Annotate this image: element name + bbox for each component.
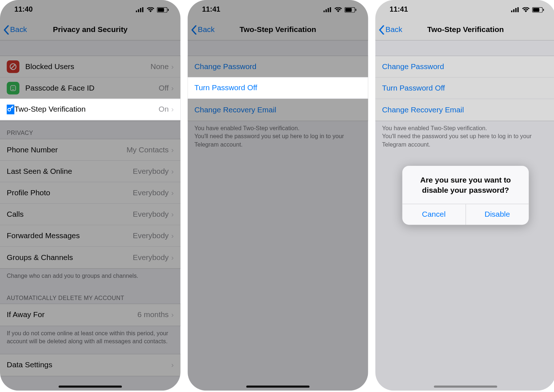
phone-privacy-security: 11:40 Back Privacy and Security Blocked …	[0, 0, 180, 391]
svg-rect-20	[328, 8, 329, 12]
chevron-right-icon: ›	[171, 231, 174, 240]
wifi-icon	[334, 7, 342, 12]
row-blocked-users[interactable]: Blocked Users None ›	[0, 56, 180, 77]
svg-line-8	[11, 64, 15, 69]
status-bar: 11:41	[188, 0, 368, 19]
svg-rect-24	[356, 9, 356, 11]
phone-two-step-verification: 11:41 Back Two-Step Verification Change …	[188, 0, 368, 391]
svg-rect-23	[345, 8, 352, 11]
svg-rect-0	[136, 11, 137, 12]
auto-delete-group: If Away For6 months›	[0, 304, 180, 326]
row-change-password[interactable]: Change Password	[188, 56, 368, 77]
row-last-seen[interactable]: Last Seen & OnlineEverybody›	[0, 161, 180, 182]
svg-rect-3	[142, 7, 143, 12]
chevron-right-icon: ›	[171, 62, 174, 71]
page-title: Privacy and Security	[0, 25, 180, 34]
row-calls[interactable]: CallsEverybody›	[0, 204, 180, 225]
chevron-right-icon: ›	[171, 105, 174, 114]
confirm-alert: Are you sure you want to disable your pa…	[402, 166, 529, 225]
screenshots-row: 11:40 Back Privacy and Security Blocked …	[0, 0, 554, 391]
svg-rect-21	[330, 7, 331, 12]
row-phone-number[interactable]: Phone NumberMy Contacts›	[0, 139, 180, 161]
alert-title: Are you sure you want to disable your pa…	[402, 166, 529, 204]
chevron-right-icon: ›	[171, 188, 174, 197]
row-profile-photo[interactable]: Profile PhotoEverybody›	[0, 182, 180, 204]
passcode-icon	[7, 82, 20, 95]
chevron-right-icon: ›	[171, 311, 174, 319]
twostep-footer: You have enabled Two-Step verification. …	[188, 121, 368, 154]
svg-point-11	[13, 87, 14, 88]
row-value: Off	[159, 84, 169, 92]
cellular-icon	[136, 7, 144, 12]
disable-button[interactable]: Disable	[465, 204, 529, 225]
privacy-group: Phone NumberMy Contacts› Last Seen & Onl…	[0, 139, 180, 269]
status-time: 11:41	[202, 5, 220, 14]
svg-line-17	[12, 107, 12, 108]
status-bar: 11:40	[0, 0, 180, 19]
row-data-settings[interactable]: Data Settings›	[0, 354, 180, 376]
row-if-away-for[interactable]: If Away For6 months›	[0, 304, 180, 325]
chevron-right-icon: ›	[171, 360, 174, 369]
svg-rect-18	[324, 11, 325, 12]
svg-rect-5	[158, 8, 164, 11]
chevron-right-icon: ›	[171, 84, 174, 92]
row-label: Blocked Users	[25, 62, 150, 71]
row-label: Passcode & Face ID	[25, 84, 159, 92]
wifi-icon	[147, 7, 154, 12]
auto-delete-footer: If you do not come online at least once …	[0, 326, 180, 351]
svg-rect-19	[326, 9, 327, 12]
cellular-icon	[324, 7, 332, 12]
row-value: None	[150, 62, 169, 71]
chevron-right-icon: ›	[171, 145, 174, 154]
block-icon	[7, 60, 20, 73]
row-value: On	[158, 105, 169, 114]
svg-rect-9	[11, 85, 16, 91]
turn-password-off-highlight[interactable]: Turn Password Off	[188, 77, 368, 99]
alert-backdrop: Are you sure you want to disable your pa…	[375, 0, 554, 391]
chevron-right-icon: ›	[171, 210, 174, 219]
row-label: Turn Password Off	[194, 84, 257, 92]
row-forwarded-messages[interactable]: Forwarded MessagesEverybody›	[0, 225, 180, 247]
row-label: Two-Step Verification	[14, 105, 158, 114]
privacy-header: Privacy	[0, 121, 180, 139]
home-indicator[interactable]	[59, 385, 122, 388]
battery-icon	[157, 7, 169, 12]
nav-bar: Back Privacy and Security	[0, 19, 180, 40]
svg-rect-6	[168, 9, 169, 11]
battery-icon	[345, 7, 356, 12]
svg-rect-2	[140, 8, 141, 12]
status-time: 11:40	[14, 5, 32, 14]
chevron-right-icon: ›	[171, 167, 174, 176]
row-change-recovery-email[interactable]: Change Recovery Email	[188, 99, 368, 121]
svg-rect-1	[138, 9, 139, 12]
cancel-button[interactable]: Cancel	[402, 204, 465, 225]
row-groups-channels[interactable]: Groups & ChannelsEverybody›	[0, 247, 180, 268]
alert-buttons: Cancel Disable	[402, 204, 529, 225]
auto-delete-header: Automatically Delete My Account	[0, 286, 180, 304]
chevron-right-icon: ›	[171, 253, 174, 262]
status-indicators	[136, 7, 169, 12]
nav-bar: Back Two-Step Verification	[188, 19, 368, 40]
page-title: Two-Step Verification	[188, 25, 368, 34]
data-settings-group: Data Settings›	[0, 354, 180, 376]
two-step-verification-highlight[interactable]: Two-Step Verification On ›	[0, 99, 180, 120]
status-indicators	[324, 7, 356, 12]
phone-disable-confirm: 11:41 Back Two-Step Verification Change …	[375, 0, 554, 391]
privacy-footer: Change who can add you to groups and cha…	[0, 269, 180, 286]
row-passcode-faceid[interactable]: Passcode & Face ID Off ›	[0, 77, 180, 99]
home-indicator[interactable]	[246, 385, 309, 388]
key-icon	[7, 105, 15, 115]
svg-point-10	[12, 87, 13, 88]
